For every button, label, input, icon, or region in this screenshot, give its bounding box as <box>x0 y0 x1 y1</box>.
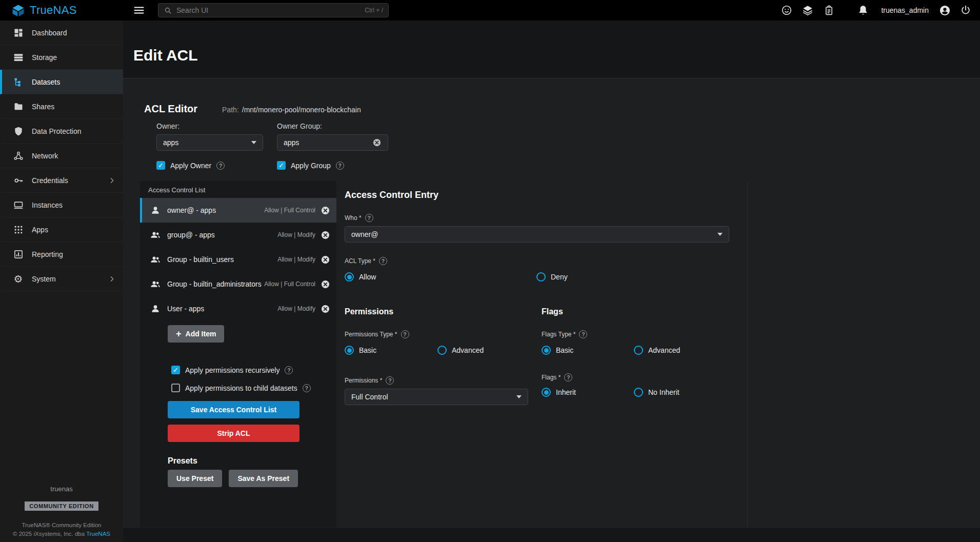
apply-checkboxes-row: ✓ Apply Owner ? ✓ Apply Group ? <box>156 161 980 170</box>
clipboard-icon[interactable] <box>823 4 835 16</box>
no-inherit-radio[interactable] <box>634 388 643 397</box>
save-as-preset-button[interactable]: Save As Preset <box>229 470 298 487</box>
apply-group-group: ✓ Apply Group ? <box>277 161 344 170</box>
chevron-down-icon <box>251 141 256 144</box>
sidebar-item-datasets[interactable]: Datasets <box>0 70 123 94</box>
deny-radio-option[interactable]: Deny <box>536 272 568 282</box>
acl-entry-row[interactable]: group@ - apps Allow | Modify <box>140 223 336 247</box>
account-icon[interactable] <box>938 4 951 16</box>
help-icon[interactable]: ? <box>564 373 572 382</box>
sidebar-item-instances[interactable]: Instances <box>0 193 123 217</box>
remove-entry-icon[interactable] <box>321 230 330 240</box>
acl-entry-row[interactable]: Group - builtin_users Allow | Modify <box>140 247 336 272</box>
help-icon[interactable]: ? <box>365 214 373 222</box>
flags-advanced-option[interactable]: Advanced <box>634 346 680 355</box>
help-icon[interactable]: ? <box>285 366 293 374</box>
help-icon[interactable]: ? <box>336 162 344 170</box>
sidebar-item-shares[interactable]: Shares <box>0 94 123 119</box>
permissions-basic-radio[interactable] <box>345 346 354 355</box>
add-icon: + <box>176 329 182 338</box>
remove-entry-icon[interactable] <box>321 304 330 314</box>
save-acl-button[interactable]: Save Access Control List <box>168 401 299 418</box>
sidebar-item-label: Reporting <box>32 250 116 258</box>
acl-type-label: ACL Type * <box>345 257 375 265</box>
remove-entry-icon[interactable] <box>321 206 330 215</box>
owner-group-input[interactable]: apps <box>277 134 388 151</box>
layers-icon[interactable] <box>802 4 814 16</box>
remove-entry-icon[interactable] <box>321 255 330 265</box>
edition-badge: COMMUNITY EDITION <box>25 501 98 511</box>
clear-input-icon[interactable] <box>372 138 382 147</box>
who-select[interactable]: owner@ <box>345 226 729 243</box>
apply-owner-label: Apply Owner <box>170 162 211 170</box>
bar-chart-icon <box>13 249 24 259</box>
sidebar-item-dashboard[interactable]: Dashboard <box>0 21 123 45</box>
deny-radio[interactable] <box>536 272 546 282</box>
use-preset-button[interactable]: Use Preset <box>168 470 222 487</box>
acl-entry-row[interactable]: owner@ - apps Allow | Full Control <box>140 198 336 223</box>
allow-radio[interactable] <box>345 272 354 282</box>
permissions-type-label: Permissions Type * <box>345 331 397 338</box>
permissions-basic-option[interactable]: Basic <box>345 346 437 355</box>
allow-radio-option[interactable]: Allow <box>345 272 536 282</box>
flags-advanced-radio[interactable] <box>634 346 643 355</box>
child-datasets-checkbox[interactable] <box>171 384 180 392</box>
recursive-label: Apply permissions recursively <box>185 366 279 374</box>
inherit-option[interactable]: Inherit <box>542 388 634 397</box>
help-icon[interactable]: ? <box>379 257 387 265</box>
sidebar-item-apps[interactable]: Apps <box>0 217 123 242</box>
sidebar-item-data-protection[interactable]: Data Protection <box>0 119 123 144</box>
acl-entry-row[interactable]: Group - builtin_administrators Allow | F… <box>140 272 336 296</box>
permissions-advanced-option[interactable]: Advanced <box>437 346 484 355</box>
remove-entry-icon[interactable] <box>321 279 330 289</box>
flags-basic-option[interactable]: Basic <box>542 346 634 355</box>
sidebar-item-credentials[interactable]: Credentials <box>0 168 123 193</box>
sidebar-item-label: Storage <box>32 53 116 62</box>
power-icon[interactable] <box>959 4 972 16</box>
flags-basic-radio[interactable] <box>542 346 551 355</box>
username-label[interactable]: truenas_admin <box>881 6 929 14</box>
help-icon[interactable]: ? <box>579 330 587 338</box>
notifications-icon[interactable] <box>857 4 869 16</box>
no-inherit-option[interactable]: No Inherit <box>634 388 679 397</box>
apply-group-checkbox[interactable]: ✓ <box>277 161 286 170</box>
permissions-label: Permissions * <box>345 377 382 384</box>
acl-entry-who: owner@ - apps <box>167 206 264 214</box>
add-item-button[interactable]: + Add Item <box>168 325 224 343</box>
acl-entry-who: Group - builtin_users <box>167 255 277 264</box>
hamburger-menu-icon[interactable] <box>131 3 147 18</box>
path-value: /mnt/monero-pool/monero-blockchain <box>242 106 361 114</box>
sidebar-item-network[interactable]: Network <box>0 144 123 168</box>
apply-owner-checkbox[interactable]: ✓ <box>156 161 165 170</box>
global-search[interactable]: Ctrl + / <box>158 3 389 17</box>
permissions-select[interactable]: Full Control <box>345 389 528 405</box>
sidebar-item-storage[interactable]: Storage <box>0 45 123 70</box>
search-input[interactable] <box>176 6 361 14</box>
sidebar-item-reporting[interactable]: Reporting <box>0 242 123 267</box>
flags-label: Flags * <box>542 374 561 381</box>
permissions-label-row: Permissions * ? <box>345 376 542 385</box>
acl-entry-permission: Allow | Modify <box>277 231 315 238</box>
inherit-radio[interactable] <box>542 388 551 397</box>
help-icon[interactable]: ? <box>386 376 394 385</box>
feedback-icon[interactable] <box>781 4 793 16</box>
chevron-right-icon <box>108 275 116 283</box>
sidebar-item-label: Network <box>32 152 116 160</box>
recursive-checkbox[interactable]: ✓ <box>171 366 180 374</box>
brand-name: TrueNAS <box>30 4 77 17</box>
truenas-logo[interactable]: TrueNAS <box>0 4 123 17</box>
help-icon[interactable]: ? <box>303 384 311 392</box>
path-label: Path: <box>222 106 239 114</box>
edition-label: TrueNAS® Community Edition <box>0 522 123 528</box>
strip-acl-button[interactable]: Strip ACL <box>168 425 299 442</box>
flags-type-options: Basic Advanced <box>542 346 747 355</box>
owner-select[interactable]: apps <box>156 134 263 151</box>
help-icon[interactable]: ? <box>401 330 409 338</box>
help-icon[interactable]: ? <box>216 162 225 170</box>
sidebar-item-system[interactable]: ⚙ System <box>0 267 123 291</box>
permissions-advanced-radio[interactable] <box>437 346 447 355</box>
monitor-icon <box>13 199 24 210</box>
truenas-link[interactable]: TrueNAS <box>86 531 110 537</box>
acl-entry-row[interactable]: User - apps Allow | Modify <box>140 296 336 321</box>
permissions-type-options: Basic Advanced <box>345 346 542 355</box>
